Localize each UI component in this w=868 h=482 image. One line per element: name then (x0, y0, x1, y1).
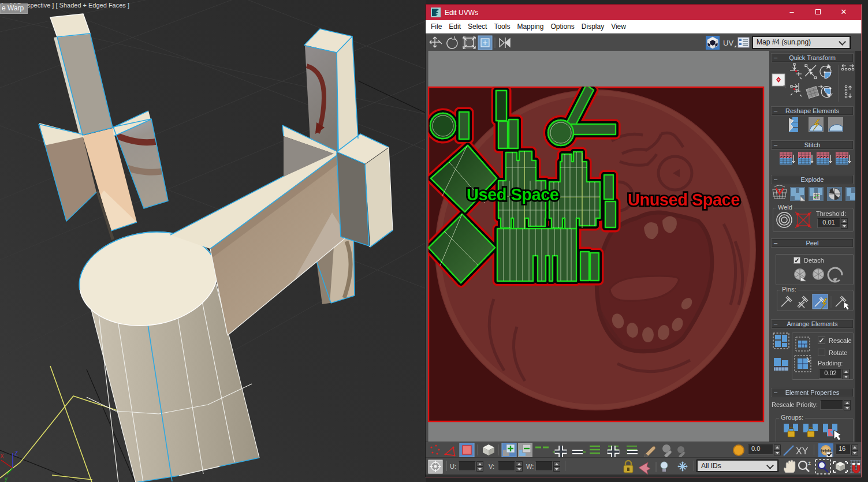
svg-text:X: X (0, 453, 4, 459)
svg-text:y: y (5, 476, 8, 482)
svg-text:±: ± (808, 460, 811, 466)
svg-text:UV: UV (723, 39, 733, 47)
svg-text:Unused Space: Unused Space (628, 190, 740, 209)
svg-text:Used Space: Used Space (467, 185, 559, 204)
svg-text:XY: XY (796, 446, 809, 456)
svg-text:Z: Z (14, 450, 18, 457)
